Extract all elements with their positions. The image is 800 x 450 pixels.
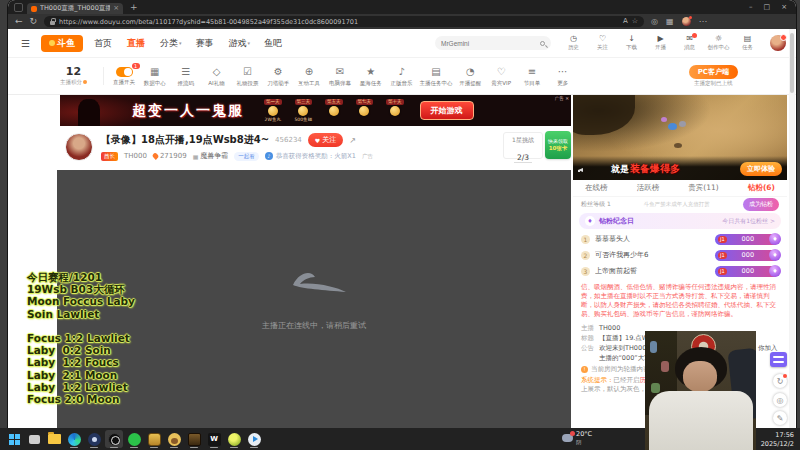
streamer-avatar[interactable] bbox=[65, 133, 93, 161]
nav-user-item[interactable]: ☼ 创作中心 bbox=[707, 35, 730, 51]
page-scrollbar[interactable] bbox=[789, 29, 795, 428]
toolbar-item[interactable]: ☰ 推流码 bbox=[173, 66, 199, 87]
floating-widget-badge[interactable] bbox=[770, 352, 787, 367]
taskbar-app-icon[interactable] bbox=[165, 430, 183, 448]
taskbar-weather[interactable]: 20°C 阴 bbox=[562, 431, 592, 445]
nav-user-item[interactable]: ♡ 关注 bbox=[591, 35, 614, 51]
ad-banner[interactable]: 超变一人一鬼服 第一天 2W鱼丸 第三天 500鱼翅 bbox=[60, 95, 571, 126]
toolbar-item[interactable]: ▤ 主播任务中心 bbox=[419, 66, 452, 87]
back-button[interactable]: ← bbox=[15, 17, 23, 26]
nav-item[interactable]: 首页 bbox=[94, 37, 113, 50]
search-box[interactable] bbox=[435, 36, 551, 50]
taskbar-app-icon[interactable] bbox=[145, 430, 163, 448]
nav-item[interactable]: 直播 bbox=[127, 37, 146, 50]
douyu-logo[interactable]: 斗鱼 bbox=[41, 35, 83, 52]
taskbar-app-icon[interactable] bbox=[245, 430, 263, 448]
extensions-icon[interactable]: ▦ bbox=[666, 17, 674, 26]
toolbar-item[interactable]: ⚙ 刀塔助手 bbox=[265, 66, 291, 87]
taskbar-app-icon[interactable] bbox=[25, 430, 43, 448]
start-game-button[interactable]: 开始游戏 bbox=[420, 101, 474, 120]
toolbar-item[interactable]: ♡ 贵宾VIP bbox=[488, 66, 514, 87]
nav-item[interactable]: 赛事 bbox=[195, 37, 214, 50]
minimize-button[interactable]: – bbox=[749, 3, 753, 11]
fan-rank-row[interactable]: 3 上帝面前起誓 J1 000 ♦ bbox=[573, 263, 787, 279]
read-aloud-icon[interactable]: A bbox=[623, 18, 628, 25]
scrollbar-thumb[interactable] bbox=[790, 33, 794, 93]
taskbar-app-icon[interactable] bbox=[45, 430, 63, 448]
browser-profile-avatar[interactable] bbox=[682, 17, 691, 26]
toolbar-item[interactable]: ◔ 开播提醒 bbox=[457, 66, 483, 87]
address-bar[interactable]: https://www.douyu.com/beta/11017?dyshid=… bbox=[44, 16, 644, 27]
toolbar-item[interactable]: ⋯ 更多 bbox=[550, 66, 576, 87]
taskbar-app-icon[interactable] bbox=[185, 430, 203, 448]
search-icon[interactable] bbox=[540, 41, 545, 46]
toolbar-item[interactable]: ⊕ 互动工具 bbox=[296, 66, 322, 87]
become-diamond-fan-button[interactable]: 成为钻粉 bbox=[743, 198, 779, 211]
feedback-float-button[interactable]: ✎ bbox=[773, 411, 787, 425]
nav-user-item[interactable]: ▤ 任务 bbox=[736, 35, 759, 51]
star-challenge-widget[interactable]: 1星挑战 2/3 bbox=[503, 132, 543, 159]
toolbar-item[interactable]: ★ 星海任务 bbox=[358, 66, 384, 87]
toolbar-item[interactable]: ♪ 正版音乐 bbox=[389, 66, 415, 87]
maximize-button[interactable]: □ bbox=[764, 3, 771, 11]
video-ad[interactable]: 就是 装备爆得多 立即体验 bbox=[573, 95, 787, 180]
diamond-anniversary-banner[interactable]: ♦ 钻粉纪念日 今日共有1位粉丝 > bbox=[579, 213, 781, 229]
taskbar-app-icon[interactable] bbox=[85, 430, 103, 448]
category-link[interactable]: ▦魔兽争霸 bbox=[193, 151, 229, 161]
watch-together-tag[interactable]: 一起看 bbox=[234, 152, 259, 161]
pc-client-button[interactable]: PC客户端 bbox=[689, 65, 738, 79]
new-tab-button[interactable]: + bbox=[127, 3, 141, 12]
anchor-score[interactable]: 12 主播积分 bbox=[60, 66, 87, 85]
follow-button[interactable]: ♥关注 bbox=[308, 133, 343, 147]
share-icon[interactable]: ↗ bbox=[349, 136, 356, 145]
browser-menu-icon[interactable]: ⋯ bbox=[699, 17, 707, 26]
banner-reward: 第七天 bbox=[356, 99, 374, 122]
taskbar-app-icon[interactable] bbox=[105, 430, 123, 448]
toolbar-item[interactable]: 直播开关 bbox=[111, 66, 137, 87]
nav-item[interactable]: 鱼吧 bbox=[264, 37, 283, 50]
try-now-button[interactable]: 立即体验 bbox=[740, 162, 782, 176]
nav-item[interactable]: 游戏▾ bbox=[228, 37, 250, 50]
close-button[interactable]: × bbox=[781, 3, 787, 11]
toolbar-item[interactable]: ◇ AI礼物 bbox=[204, 66, 230, 87]
toolbar-item[interactable]: ▦ 数据中心 bbox=[142, 66, 168, 87]
user-avatar[interactable] bbox=[770, 35, 786, 51]
collections-icon[interactable]: ◎ bbox=[651, 17, 658, 26]
nav-user-item[interactable]: ◷ 历史 bbox=[562, 35, 585, 51]
hamburger-icon[interactable]: ☰ bbox=[21, 38, 30, 49]
tab-close-icon[interactable]: × bbox=[113, 5, 119, 12]
browser-tab[interactable]: TH000直播_TH000直播_TH000直… × bbox=[27, 3, 123, 14]
nav-user-item[interactable]: ▶ 开播 bbox=[649, 35, 672, 51]
toolbar-item[interactable]: ✉ 电脑弹幕 bbox=[327, 66, 353, 87]
ad-close-tag[interactable]: 广告 ✕ bbox=[555, 96, 569, 101]
taskbar-app-icon[interactable] bbox=[65, 430, 83, 448]
sidebar-tab[interactable]: 贵宾(11) bbox=[688, 183, 718, 193]
taskbar-app-icon[interactable] bbox=[5, 430, 23, 448]
nav-user-item-icon: ✉ bbox=[686, 35, 693, 43]
sidebar-tab[interactable]: 钻粉(6) bbox=[748, 183, 775, 193]
mute-speaker-icon[interactable] bbox=[578, 166, 587, 175]
fan-rank-row[interactable]: 2 可否许我再少年6 J1 000 ♦ bbox=[573, 247, 787, 263]
taskbar-app-icon[interactable] bbox=[125, 430, 143, 448]
sidebar-tab[interactable]: 活跃榜 bbox=[637, 183, 660, 193]
favorite-star-icon[interactable]: ☆ bbox=[632, 18, 638, 25]
fan-rank-row[interactable]: 1 慕慕慕头人 J1 000 ♦ bbox=[573, 231, 787, 247]
taskbar-app-icon[interactable] bbox=[205, 430, 223, 448]
schedule-line: Moon Foccus Laby bbox=[27, 295, 135, 307]
anchor-name[interactable]: TH000 bbox=[124, 152, 147, 160]
nav-user-item[interactable]: ↓ 下载 bbox=[620, 35, 643, 51]
history-float-button[interactable]: ↻ bbox=[773, 374, 787, 388]
nav-user-item[interactable]: ✉ 消息 bbox=[678, 35, 701, 51]
toolbar-item[interactable]: ≡ 节目单 bbox=[519, 66, 545, 87]
url-text: https://www.douyu.com/beta/11017?dyshid=… bbox=[59, 18, 619, 26]
gift-claim-badge[interactable]: 快来领取 10张卡 bbox=[545, 131, 571, 159]
search-input[interactable] bbox=[441, 40, 536, 47]
sidebar-tab[interactable]: 在线榜 bbox=[585, 183, 608, 193]
toolbar-item[interactable]: ☑ 礼物投票 bbox=[234, 66, 260, 87]
refresh-button[interactable]: ↻ bbox=[30, 17, 38, 26]
nav-item[interactable]: 分类▾ bbox=[160, 37, 182, 50]
settings-float-button[interactable]: ◎ bbox=[773, 393, 787, 407]
taskbar-app-icon[interactable] bbox=[225, 430, 243, 448]
tab-actions-icon[interactable] bbox=[14, 3, 23, 12]
taskbar-clock[interactable]: 17:56 2025/12/2 bbox=[761, 431, 794, 449]
